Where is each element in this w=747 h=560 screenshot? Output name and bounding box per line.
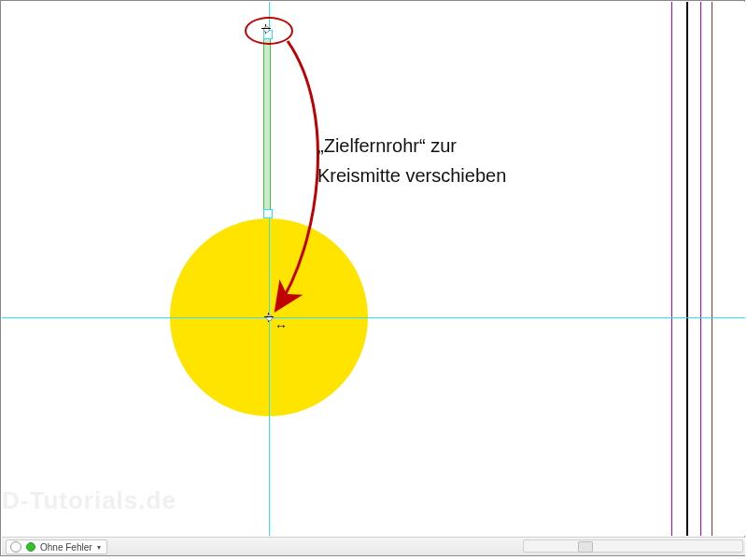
app-frame: D-Tutorials.de [0, 0, 745, 556]
annotation-line-2: Kreismitte verschieben [317, 165, 506, 186]
chevron-down-icon: ▾ [97, 543, 101, 552]
annotation-line-1: „Zielfernrohr“ zur [317, 135, 457, 156]
center-ring-icon [266, 315, 273, 321]
horizontal-scrollbar-thumb[interactable] [578, 541, 593, 553]
horizontal-scrollbar[interactable] [523, 539, 743, 553]
move-cursor-icon: ↔ [275, 319, 291, 336]
annotation-arrow [2, 2, 745, 536]
annotation-text: „Zielfernrohr“ zur Kreismitte verschiebe… [317, 131, 506, 190]
center-point-marker[interactable] [264, 313, 274, 322]
error-status-dropdown[interactable]: Ohne Fehler ▾ [6, 539, 107, 554]
status-bar: Ohne Fehler ▾ [2, 537, 745, 555]
status-dot-ok-icon [26, 542, 35, 552]
status-label: Ohne Fehler [40, 542, 92, 553]
sync-icon [10, 541, 21, 553]
drawing-canvas[interactable]: D-Tutorials.de [2, 2, 745, 536]
